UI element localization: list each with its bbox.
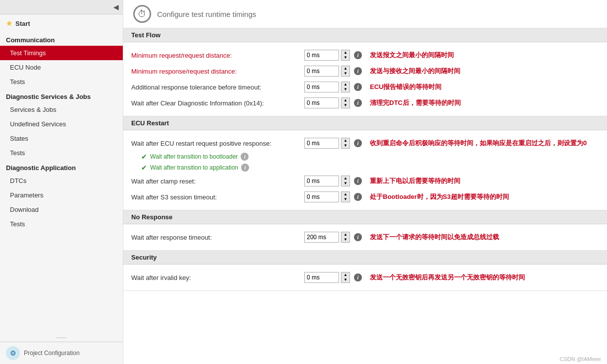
input-group: ▲ ▼ [304, 191, 350, 202]
note-text: 发送下一个请求的等待时间以免造成总线过载 [370, 233, 499, 242]
field-label: Minimum response/request distance: [131, 68, 300, 75]
sub-row: ✔ Wait after transition to application i [131, 162, 599, 173]
test-flow-section: Test Flow Minimum request/request distan… [123, 28, 607, 116]
sidebar-item-tests-app[interactable]: Tests [0, 217, 123, 231]
note-text: 发送报文之间最小的间隔时间 [370, 51, 454, 60]
info-icon: i [354, 233, 362, 241]
spin-up[interactable]: ▲ [342, 192, 349, 197]
field-label: Wait after Clear Diagnostic Information … [131, 99, 300, 107]
spin-down[interactable]: ▼ [342, 143, 349, 148]
ecu-restart-section: ECU Restart Wait after ECU restart reque… [123, 116, 607, 210]
info-icon-light: i [241, 164, 249, 172]
field-label: Wait after irvalid key: [131, 274, 300, 281]
spinner: ▲ ▼ [341, 191, 350, 202]
wait-ecu-restart-input[interactable] [304, 138, 339, 149]
collapse-button[interactable]: ◀ [0, 0, 123, 14]
form-row: Additional response tolerance before tim… [131, 79, 599, 95]
sidebar-project-config[interactable]: ⚙ Project Configuration [0, 342, 123, 364]
sidebar-item-states[interactable]: States [0, 131, 123, 146]
spinner: ▲ ▼ [341, 66, 350, 77]
input-group: ▲ ▼ [304, 82, 350, 92]
form-row: Wait after irvalid key: ▲ ▼ i 发送一个无效密钥后再… [131, 270, 599, 285]
note-text: 重新上下电以后需要等待的时间 [370, 177, 460, 185]
form-row: Wait after S3 session timeout: ▲ ▼ i 处于B… [131, 189, 599, 205]
form-row: Wait after clamp reset: ▲ ▼ i 重新上下电以后需要等… [131, 173, 599, 189]
info-icon: i [354, 99, 362, 107]
no-response-body: Wait after response timeout: ▲ ▼ i 发送下一个… [123, 224, 607, 250]
test-flow-header: Test Flow [123, 28, 607, 42]
start-label: Start [15, 20, 30, 27]
ecu-restart-body: Wait after ECU restart request positive … [123, 130, 607, 210]
note-text: 发送与接收之间最小的间隔时间 [370, 67, 460, 76]
note-text: 发送一个无效密钥后再发送另一个无效密钥的等待时间 [370, 273, 525, 282]
sidebar-item-dtcs[interactable]: DTCs [0, 174, 123, 188]
wait-clear-diag-input[interactable] [304, 97, 339, 108]
spin-down[interactable]: ▼ [342, 55, 349, 60]
wait-invalid-key-input[interactable] [304, 272, 339, 283]
sidebar-item-tests-diag[interactable]: Tests [0, 146, 123, 160]
input-group: ▲ ▼ [304, 97, 350, 108]
field-label: Wait after ECU restart request positive … [131, 140, 300, 147]
spin-down[interactable]: ▼ [342, 197, 349, 202]
spin-down[interactable]: ▼ [342, 71, 349, 76]
sub-row-label: Wait after transition to application [150, 164, 238, 171]
star-icon: ★ [6, 19, 12, 27]
info-icon: i [354, 67, 362, 75]
wait-response-timeout-input[interactable] [304, 232, 339, 243]
watermark: CSDN @IAMeee [123, 354, 607, 364]
sidebar-item-test-timings[interactable]: Test Timings [0, 46, 123, 60]
form-row: Minimum response/request distance: ▲ ▼ i… [131, 63, 599, 79]
input-group: ▲ ▼ [304, 176, 350, 186]
spin-down[interactable]: ▼ [342, 181, 349, 186]
input-group: ▲ ▼ [304, 232, 350, 243]
security-body: Wait after irvalid key: ▲ ▼ i 发送一个无效密钥后再… [123, 265, 607, 290]
spinner: ▲ ▼ [341, 232, 350, 243]
field-label: Additional response tolerance before tim… [131, 84, 300, 91]
spinner: ▲ ▼ [341, 138, 350, 149]
spin-up[interactable]: ▲ [342, 232, 349, 237]
sidebar-item-download[interactable]: Download [0, 202, 123, 217]
note-text: 清理完DTC后，需要等待的时间 [370, 98, 461, 107]
min-resp-req-input[interactable] [304, 66, 339, 77]
sidebar-item-undefined-services[interactable]: Undefined Services [0, 117, 123, 131]
sidebar-item-ecu-node[interactable]: ECU Node [0, 60, 123, 75]
sidebar-item-parameters[interactable]: Parameters [0, 188, 123, 202]
sidebar: ◀ ★ Start Communication Test Timings ECU… [0, 0, 123, 364]
sidebar-start-item[interactable]: ★ Start [0, 14, 123, 32]
spin-up[interactable]: ▲ [342, 273, 349, 277]
clock-icon: ⏱ [133, 5, 151, 23]
security-section: Security Wait after irvalid key: ▲ ▼ i 发… [123, 251, 607, 291]
spin-down[interactable]: ▼ [342, 103, 349, 108]
sidebar-item-services-jobs[interactable]: Services & Jobs [0, 102, 123, 117]
sidebar-item-tests-comm[interactable]: Tests [0, 75, 123, 89]
form-row: Wait after response timeout: ▲ ▼ i 发送下一个… [131, 229, 599, 245]
spinner: ▲ ▼ [341, 50, 350, 61]
spin-up[interactable]: ▲ [342, 50, 349, 55]
field-label: Wait after response timeout: [131, 234, 300, 241]
sidebar-section-diag-app: Diagnostic Application [0, 160, 123, 174]
sub-row-label: Wait after transition to bootloader [150, 153, 238, 160]
project-icon: ⚙ [6, 346, 20, 360]
min-req-req-input[interactable] [304, 50, 339, 61]
spin-down[interactable]: ▼ [342, 277, 349, 282]
add-resp-tolerance-input[interactable] [304, 82, 339, 92]
spin-up[interactable]: ▲ [342, 82, 349, 87]
spin-up[interactable]: ▲ [342, 176, 349, 181]
spin-down[interactable]: ▼ [342, 87, 349, 92]
field-label: Wait after S3 session timeout: [131, 193, 300, 201]
spin-down[interactable]: ▼ [342, 237, 349, 242]
spinner: ▲ ▼ [341, 82, 350, 92]
note-text: ECU报告错误的等待时间 [370, 83, 441, 91]
test-flow-body: Minimum request/request distance: ▲ ▼ i … [123, 42, 607, 116]
spin-up[interactable]: ▲ [342, 98, 349, 103]
spin-up[interactable]: ▲ [342, 66, 349, 71]
main-content: ⏱ Configure test runtime timings Test Fl… [123, 0, 607, 364]
info-icon: i [354, 139, 362, 147]
wait-s3-session-input[interactable] [304, 191, 339, 202]
info-icon: i [354, 193, 362, 201]
field-label: Minimum request/request distance: [131, 52, 300, 59]
form-row: Wait after ECU restart request positive … [131, 135, 599, 151]
input-group: ▲ ▼ [304, 66, 350, 77]
spin-up[interactable]: ▲ [342, 138, 349, 143]
wait-clamp-reset-input[interactable] [304, 176, 339, 186]
